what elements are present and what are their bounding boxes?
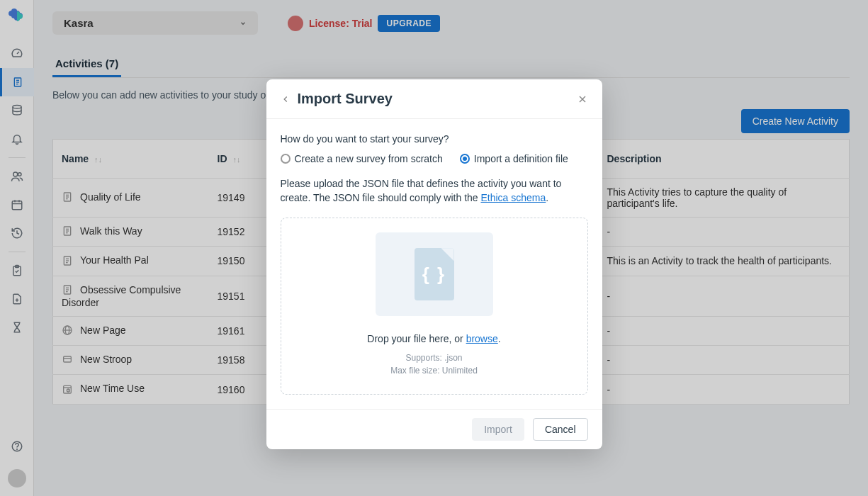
browse-link[interactable]: browse: [466, 333, 498, 344]
radio-icon: [460, 154, 470, 164]
modal-title: Import Survey: [298, 91, 393, 107]
modal-question: How do you want to start your survey?: [281, 133, 588, 145]
upload-instructions: Please upload the JSON file that defines…: [281, 177, 588, 205]
back-button[interactable]: [281, 94, 291, 104]
chevron-left-icon: [281, 94, 291, 104]
schema-link[interactable]: Ethica schema: [480, 192, 546, 203]
modal-footer: Import Cancel: [266, 409, 602, 449]
drop-text: Drop your file here, or browse.: [295, 333, 573, 344]
import-button[interactable]: Import: [472, 418, 524, 441]
radio-group: Create a new survey from scratch Import …: [281, 153, 588, 164]
cancel-button[interactable]: Cancel: [533, 418, 588, 441]
file-dropzone[interactable]: { } Drop your file here, or browse. Supp…: [281, 218, 588, 395]
import-survey-modal: Import Survey How do you want to start y…: [266, 79, 602, 449]
supports-text: Supports: .json Max file size: Unlimited: [295, 351, 573, 377]
modal-header: Import Survey: [266, 79, 602, 119]
radio-icon: [281, 154, 291, 164]
close-button[interactable]: [577, 94, 588, 105]
radio-import[interactable]: Import a definition file: [460, 153, 568, 164]
radio-scratch[interactable]: Create a new survey from scratch: [281, 153, 443, 164]
modal-overlay: Import Survey How do you want to start y…: [0, 0, 868, 496]
modal-body: How do you want to start your survey? Cr…: [266, 119, 602, 409]
file-illustration: { }: [376, 232, 493, 316]
close-icon: [577, 94, 588, 105]
json-file-icon: { }: [415, 248, 454, 300]
